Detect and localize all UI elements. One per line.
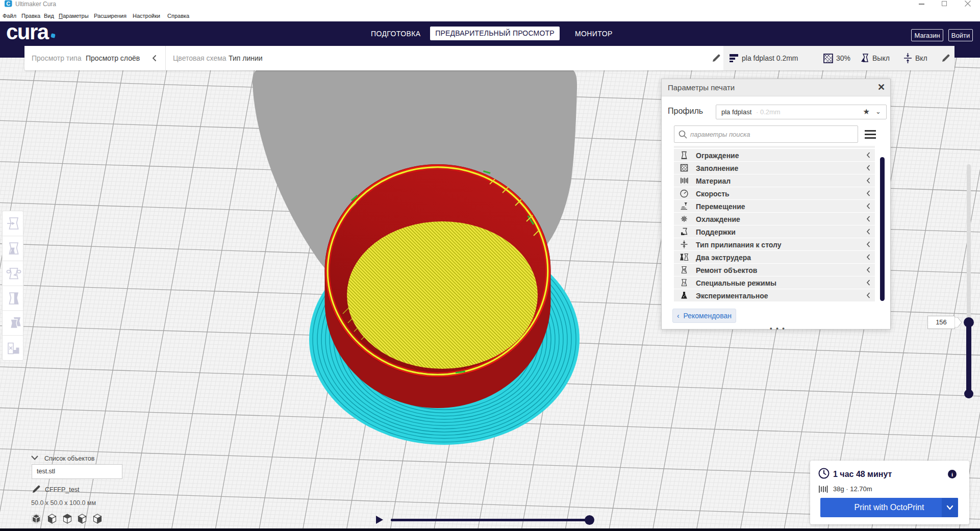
svg-text:i: i — [951, 471, 953, 477]
svg-text:?: ? — [683, 281, 685, 286]
svg-text:C: C — [6, 1, 10, 7]
